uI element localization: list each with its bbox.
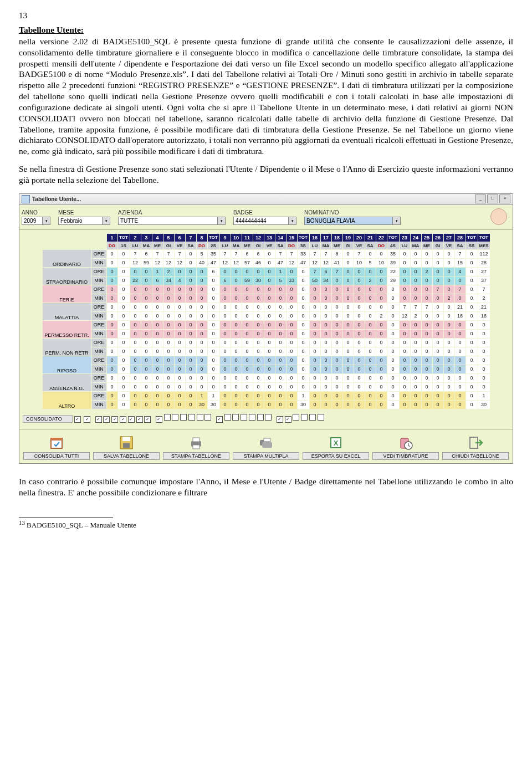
badge-label: BADGE: [233, 209, 296, 216]
consolida-tutti-button[interactable]: CONSOLIDA TUTTI: [23, 434, 90, 460]
consolidato-checkbox[interactable]: [172, 414, 178, 421]
svg-rect-10: [264, 438, 270, 442]
minimize-button[interactable]: _: [475, 194, 486, 203]
section-heading: Tabellone Utente:: [19, 25, 513, 35]
consolidato-checkbox[interactable]: [318, 414, 324, 421]
svg-rect-3: [122, 437, 130, 441]
titlebar: Tabellone Utente... _ □ ×: [19, 194, 513, 205]
unit-cell: MIN: [92, 277, 106, 285]
consolidato-checkbox[interactable]: ✓: [144, 416, 151, 423]
badge-combo[interactable]: 4444444444: [233, 217, 289, 225]
page-number: 13: [19, 11, 513, 21]
consolidato-checkbox[interactable]: [293, 414, 299, 421]
unit-cell: ORE: [92, 250, 106, 258]
floppy-icon: [118, 434, 135, 451]
unit-cell: ORE: [92, 268, 106, 276]
unit-cell: MIN: [92, 330, 106, 338]
unit-cell: MIN: [92, 259, 106, 267]
consolidato-checkbox[interactable]: [249, 414, 255, 421]
filter-bar: ANNO 2009 ▾ MESE Febbraio ▾ AZIENDA TUTT…: [19, 205, 513, 230]
consolidato-checkbox[interactable]: [204, 414, 211, 421]
consolidato-checkbox[interactable]: ✓: [156, 416, 162, 423]
vedi-timbrature-button[interactable]: VEDI TIMBRATURE: [372, 434, 439, 460]
exit-icon: [467, 434, 484, 451]
row-label: ALTRO: [43, 392, 91, 409]
consolidato-checkbox[interactable]: [309, 414, 316, 421]
unit-cell: MIN: [92, 401, 106, 409]
row-label: ASSENZA N.G.: [43, 374, 91, 391]
chiudi-tabellone-button[interactable]: CHIUDI TABELLONE: [442, 434, 509, 460]
nominativo-dropdown[interactable]: ▾: [393, 217, 401, 225]
printer-multi-icon: [258, 434, 274, 451]
close-button[interactable]: ×: [499, 194, 510, 203]
consolidato-checkbox[interactable]: ✓: [111, 416, 118, 423]
unit-cell: ORE: [92, 356, 106, 365]
azienda-combo[interactable]: TUTTE: [118, 217, 218, 225]
row-label: STRAORDINARIO: [43, 268, 91, 285]
unit-cell: ORE: [92, 339, 106, 347]
unit-cell: ORE: [92, 321, 106, 329]
svg-rect-9: [262, 442, 272, 448]
body-paragraph-1: nella versione 2.02 di BADGE5100_SQL è p…: [19, 36, 513, 157]
row-label: PERMESSO RETR.: [43, 321, 91, 338]
consolidato-checkbox[interactable]: ✓: [95, 416, 102, 423]
consolidato-checkbox[interactable]: ✓: [277, 416, 283, 423]
esporta-excel-button[interactable]: X ESPORTA SU EXCEL: [303, 434, 369, 460]
anno-label: ANNO: [22, 209, 50, 216]
window-title: Tabellone Utente...: [32, 196, 474, 202]
azienda-dropdown[interactable]: ▾: [218, 217, 226, 225]
row-label: PERM. NON RETR: [43, 339, 91, 356]
consolidato-checkbox[interactable]: ✓: [84, 416, 90, 423]
consolidato-checkbox[interactable]: [164, 414, 171, 421]
consolidato-checkbox[interactable]: [301, 414, 308, 421]
consolidato-checkbox[interactable]: [265, 414, 272, 421]
nominativo-label: NOMINATIVO: [304, 209, 401, 216]
svg-rect-6: [193, 438, 200, 442]
stampa-tabellone-button[interactable]: STAMPA TABELLONE: [163, 434, 229, 460]
mese-dropdown[interactable]: ▾: [103, 217, 110, 225]
unit-cell: ORE: [92, 374, 106, 382]
nominativo-combo[interactable]: BONUGLIA FLAVIA: [304, 217, 393, 225]
printer-icon: [188, 434, 204, 451]
consolidato-checkbox[interactable]: [188, 414, 195, 421]
consolidato-checkbox[interactable]: [180, 414, 187, 421]
consolidato-checkbox[interactable]: ✓: [74, 416, 81, 423]
consolidato-checkbox[interactable]: ✓: [285, 416, 291, 423]
consolidato-checkbox[interactable]: [257, 414, 264, 421]
consolidato-checkbox[interactable]: [232, 414, 239, 421]
consolidato-label: CONSOLIDATO: [23, 415, 73, 423]
stampa-multipla-button[interactable]: STAMPA MULTIPLA: [233, 434, 299, 460]
anno-combo[interactable]: 2009: [22, 217, 43, 225]
unit-cell: MIN: [92, 347, 106, 356]
badge-clock-icon: [397, 434, 414, 451]
consolidato-checkbox[interactable]: ✓: [120, 416, 126, 423]
badge-dropdown[interactable]: ▾: [289, 217, 296, 225]
mese-combo[interactable]: Febbraio: [58, 217, 103, 225]
salva-tabellone-button[interactable]: SALVA TABELLONE: [93, 434, 160, 460]
bottom-toolbar: CONSOLIDA TUTTI SALVA TABELLONE STAMPA T…: [19, 429, 513, 463]
excel-icon: X: [328, 434, 344, 451]
consolidato-checkbox[interactable]: [197, 414, 203, 421]
calendar-check-icon: [48, 434, 65, 451]
consolidato-checkbox[interactable]: ✓: [216, 416, 223, 423]
svg-rect-7: [193, 445, 200, 449]
restore-button[interactable]: □: [487, 194, 498, 203]
consolidato-checkbox[interactable]: [241, 414, 247, 421]
svg-rect-1: [51, 438, 62, 441]
consolidato-checkbox[interactable]: ✓: [136, 416, 143, 423]
consolidato-checkbox[interactable]: ✓: [128, 416, 135, 423]
avatar-icon: [490, 208, 507, 225]
footnote-rule: [19, 518, 113, 518]
unit-cell: ORE: [92, 303, 106, 311]
consolidato-checkbox[interactable]: [224, 414, 231, 421]
row-label: MALATTIA: [43, 303, 91, 320]
body-paragraph-2: Se nella finestra di Gestione Presenze s…: [19, 163, 513, 186]
unit-cell: ORE: [92, 392, 106, 400]
app-window: Tabellone Utente... _ □ × ANNO 2009 ▾ ME…: [19, 193, 513, 464]
unit-cell: MIN: [92, 294, 106, 303]
anno-dropdown[interactable]: ▾: [43, 217, 50, 225]
consolidato-checkbox[interactable]: ✓: [103, 416, 110, 423]
row-label: RIPOSO: [43, 356, 91, 373]
unit-cell: MIN: [92, 383, 106, 391]
app-icon: [22, 195, 30, 203]
